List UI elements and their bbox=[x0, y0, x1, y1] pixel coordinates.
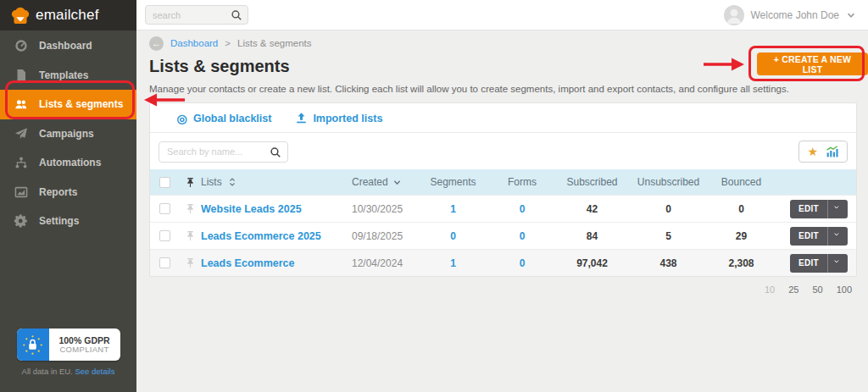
dashboard-icon bbox=[14, 39, 28, 52]
avatar bbox=[724, 5, 744, 25]
create-new-list-button[interactable]: + CREATE A NEW LIST bbox=[757, 52, 868, 75]
gdpr-badge-line2: COMPLIANT bbox=[59, 345, 108, 355]
welcome-text: Welcome John Doe bbox=[751, 9, 840, 21]
pin-icon[interactable] bbox=[185, 177, 196, 188]
page-size-option[interactable]: 50 bbox=[812, 284, 822, 295]
segments-count-link[interactable]: 1 bbox=[450, 203, 456, 215]
row-checkbox[interactable] bbox=[159, 203, 170, 214]
row-checkbox[interactable] bbox=[159, 257, 170, 268]
gears-icon bbox=[14, 214, 28, 228]
column-header-segments: Segments bbox=[417, 176, 489, 188]
list-search-box bbox=[159, 141, 288, 163]
edit-dropdown-button[interactable] bbox=[827, 254, 848, 273]
created-date: 10/30/2025 bbox=[337, 203, 417, 215]
pin-icon[interactable] bbox=[185, 257, 196, 268]
breadcrumb-current: Lists & segments bbox=[237, 38, 312, 48]
lists-panel: ◎ Global blacklist Imported lists bbox=[149, 102, 857, 277]
edit-button[interactable]: EDIT bbox=[790, 254, 827, 273]
column-header-bounced: Bounced bbox=[708, 176, 775, 188]
blacklist-icon: ◎ bbox=[175, 112, 188, 124]
favorites-star-icon[interactable]: ★ bbox=[807, 146, 818, 157]
row-checkbox[interactable] bbox=[159, 230, 170, 241]
edit-button[interactable]: EDIT bbox=[790, 200, 827, 218]
imported-lists-link[interactable]: Imported lists bbox=[295, 112, 382, 124]
subscribed-count: 42 bbox=[555, 203, 629, 215]
table-header: Lists Created Segments Forms Subscribed … bbox=[150, 169, 856, 195]
table-row: Leads Ecommerce 2025 09/18/2025 0 0 84 5… bbox=[150, 222, 856, 249]
sidebar-item-label: Automations bbox=[39, 157, 101, 168]
sidebar-item-label: Reports bbox=[39, 186, 77, 198]
sidebar-item-campaigns[interactable]: Campaigns bbox=[0, 119, 136, 149]
view-toggle-buttons: ★ bbox=[798, 141, 848, 163]
bounced-count: 0 bbox=[708, 203, 775, 215]
gdpr-lock-eu-icon bbox=[17, 329, 49, 361]
sidebar-item-settings[interactable]: Settings bbox=[0, 207, 136, 236]
people-icon bbox=[14, 97, 28, 111]
segments-count-link[interactable]: 0 bbox=[450, 230, 456, 242]
forms-count-link[interactable]: 0 bbox=[520, 257, 526, 269]
unsubscribed-count: 5 bbox=[629, 230, 708, 242]
created-header-label: Created bbox=[352, 176, 388, 188]
edit-dropdown-button[interactable] bbox=[827, 227, 848, 246]
global-blacklist-link[interactable]: ◎ Global blacklist bbox=[175, 112, 271, 124]
table-row: Leads Ecommerce 12/04/2024 1 0 97,042 43… bbox=[150, 249, 856, 276]
table-row: Website Leads 2025 10/30/2025 1 0 42 0 0… bbox=[150, 195, 856, 222]
unsubscribed-count: 438 bbox=[629, 257, 708, 269]
sidebar-item-dashboard[interactable]: Dashboard bbox=[0, 31, 136, 61]
chevron-down-icon bbox=[846, 10, 856, 20]
sidebar-item-reports[interactable]: Reports bbox=[0, 178, 136, 207]
sidebar-item-label: Templates bbox=[39, 69, 88, 81]
chef-hat-icon bbox=[11, 7, 30, 24]
edit-button[interactable]: EDIT bbox=[790, 227, 827, 246]
stats-chart-icon[interactable] bbox=[826, 145, 839, 158]
chevron-down-icon bbox=[392, 178, 402, 187]
global-blacklist-label: Global blacklist bbox=[193, 113, 271, 124]
search-icon[interactable] bbox=[270, 146, 281, 158]
subscribed-count: 97,042 bbox=[555, 257, 629, 269]
upload-icon bbox=[295, 112, 308, 124]
column-header-created[interactable]: Created bbox=[337, 176, 417, 188]
app-root: emailchef Dashboard Templates Lists & se… bbox=[0, 0, 868, 392]
page-title: Lists & segments bbox=[149, 57, 857, 76]
select-all-checkbox[interactable] bbox=[159, 177, 170, 188]
sidebar-item-automations[interactable]: Automations bbox=[0, 148, 136, 178]
list-name-link[interactable]: Leads Ecommerce 2025 bbox=[201, 230, 321, 242]
pin-icon[interactable] bbox=[185, 230, 196, 241]
templates-icon bbox=[14, 69, 28, 82]
page-size-option[interactable]: 10 bbox=[765, 284, 775, 295]
list-name-link[interactable]: Leads Ecommerce bbox=[201, 257, 294, 269]
user-menu[interactable]: Welcome John Doe bbox=[724, 5, 857, 25]
unsubscribed-count: 0 bbox=[629, 203, 708, 215]
search-icon[interactable] bbox=[231, 9, 242, 21]
sidebar-item-label: Dashboard bbox=[39, 40, 92, 52]
panel-links-row: ◎ Global blacklist Imported lists bbox=[150, 103, 856, 132]
edit-split-button: EDIT bbox=[790, 200, 848, 218]
edit-dropdown-button[interactable] bbox=[827, 200, 848, 218]
sidebar-item-templates[interactable]: Templates bbox=[0, 61, 136, 91]
column-header-lists[interactable]: Lists bbox=[201, 176, 337, 188]
page-size-option[interactable]: 25 bbox=[788, 284, 798, 295]
emailchef-logo[interactable]: emailchef bbox=[0, 0, 136, 30]
created-date: 12/04/2024 bbox=[337, 257, 417, 269]
breadcrumb: ← Dashboard > Lists & segments bbox=[149, 36, 857, 51]
sidebar-item-label: Lists & segments bbox=[39, 98, 123, 110]
back-icon[interactable]: ← bbox=[149, 36, 164, 51]
pin-icon[interactable] bbox=[185, 203, 196, 214]
sidebar-item-lists-segments[interactable]: Lists & segments bbox=[0, 90, 136, 119]
sort-updown-icon bbox=[227, 177, 237, 187]
list-search-input[interactable] bbox=[159, 142, 287, 162]
breadcrumb-separator: > bbox=[225, 38, 231, 48]
list-name-link[interactable]: Website Leads 2025 bbox=[201, 203, 302, 215]
logo-text: emailchef bbox=[36, 7, 99, 24]
topbar: Welcome John Doe bbox=[136, 0, 868, 30]
forms-count-link[interactable]: 0 bbox=[520, 203, 526, 215]
page-size-option[interactable]: 100 bbox=[837, 284, 852, 295]
column-header-forms: Forms bbox=[489, 176, 555, 188]
see-details-link[interactable]: See details bbox=[75, 367, 114, 376]
segments-count-link[interactable]: 1 bbox=[450, 257, 456, 269]
breadcrumb-dashboard-link[interactable]: Dashboard bbox=[170, 38, 218, 48]
imported-lists-label: Imported lists bbox=[313, 113, 382, 124]
paper-plane-icon bbox=[14, 127, 28, 141]
forms-count-link[interactable]: 0 bbox=[520, 230, 526, 242]
table-toolbar: ★ bbox=[150, 133, 856, 169]
